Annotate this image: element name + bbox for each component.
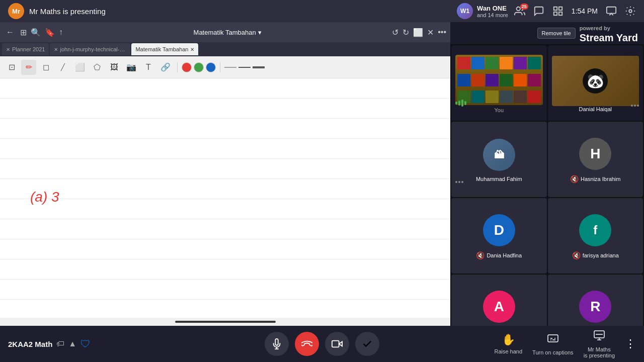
camera-tool-button[interactable]: 📷 <box>124 60 139 75</box>
hasniza-name: Hasniza Ibrahim <box>581 176 620 182</box>
afrina-avatar: A <box>483 291 515 323</box>
pencil-tool-button[interactable]: ╱ <box>55 60 70 75</box>
share-icon[interactable]: ↑ <box>59 28 63 37</box>
browser-window: ← ⊞ 🔍 🔖 ↑ Matematik Tambahan ▾ ↺ ↻ ⬜ <box>0 22 450 326</box>
video-button[interactable] <box>325 332 349 356</box>
browser-titlebar: ← ⊞ 🔍 🔖 ↑ Matematik Tambahan ▾ ↺ ↻ ⬜ <box>0 22 450 42</box>
whiteboard[interactable]: (a) 3 <box>0 78 450 318</box>
hangup-button[interactable] <box>295 332 319 356</box>
bookshelf-bg <box>455 55 543 105</box>
streamyard-header: Remove tile powered by Stream Yard <box>450 22 644 44</box>
call-controls <box>167 332 477 356</box>
top-bar: Mr Mr Maths is presenting W1 Wan ONE and… <box>0 0 644 22</box>
checkmark-button[interactable] <box>355 332 379 356</box>
time-display: 1:54 PM <box>572 7 598 15</box>
danial-bg: 🐼 <box>552 56 639 106</box>
you-label: You <box>494 107 504 113</box>
streamyard-logo: powered by Stream Yard <box>580 23 638 44</box>
presenting-button[interactable]: Mr Maths is presenting <box>584 329 615 358</box>
participant-tile-afrina: A 🔇 Afrina Syafiqah <box>451 275 547 326</box>
svg-marker-12 <box>339 341 342 346</box>
remove-tile-button[interactable]: Remove tile <box>537 28 576 39</box>
raise-hand-label: Raise hand <box>494 348 522 354</box>
right-panel: Remove tile powered by Stream Yard <box>450 22 644 326</box>
mic-button[interactable] <box>265 332 289 356</box>
lasso-tool-button[interactable]: ⬠ <box>90 60 105 75</box>
svg-rect-14 <box>548 335 558 342</box>
select-tool-button[interactable]: ⊡ <box>4 60 19 75</box>
screen-share-icon[interactable] <box>606 6 617 17</box>
search-browser-icon[interactable]: 🔍 <box>31 28 41 37</box>
hasniza-avatar: H <box>579 138 611 170</box>
scroll-indicator <box>175 321 276 323</box>
dania-mute-icon: 🔇 <box>476 251 485 259</box>
settings-icon[interactable] <box>625 6 636 17</box>
more-options-button[interactable]: ⋮ <box>625 337 636 350</box>
farisya-avatar: f <box>579 214 611 246</box>
hasniza-mute-icon: 🔇 <box>570 175 579 183</box>
image-tool-button[interactable]: 🖼 <box>107 60 122 75</box>
tab-murphy[interactable]: ✕ john-j-murphy-technical-analysis... <box>50 43 130 55</box>
shape-select-button[interactable]: ⬜ <box>72 60 88 75</box>
color-blue-button[interactable] <box>206 62 216 72</box>
farisya-name-bar: 🔇 farisya adriana <box>572 251 619 259</box>
svg-rect-13 <box>332 341 339 347</box>
farisya-name: farisya adriana <box>583 252 619 258</box>
url-bar-container: Matematik Tambahan ▾ <box>67 29 388 36</box>
text-tool-button[interactable]: T <box>141 60 156 75</box>
wan-avatar: W1 <box>457 3 473 19</box>
svg-rect-4 <box>559 12 562 15</box>
meeting-name: 2KAA2 Math <box>8 340 52 348</box>
nav-back-button[interactable]: ← <box>4 27 16 38</box>
layout-icon[interactable] <box>552 6 564 17</box>
fahim-avatar: 🏔 <box>483 139 515 171</box>
line-medium-button[interactable] <box>238 65 251 69</box>
participants-icon[interactable]: 25 <box>514 6 525 17</box>
export-icon[interactable]: ⬜ <box>413 28 423 37</box>
top-bar-right: W1 Wan ONE and 14 more 25 1:54 PM <box>457 3 636 19</box>
tab-close-murphy[interactable]: ✕ <box>54 47 58 52</box>
participant-tile-raziatul: R 🔇 Raziatul Irdayanie <box>548 275 643 326</box>
toolbar-separator-2 <box>220 62 220 72</box>
tab-matematik[interactable]: Matematik Tambahan ✕ <box>131 43 198 55</box>
participants-grid: You 🐼 Danial Haiqal <box>450 44 644 326</box>
color-green-button[interactable] <box>194 62 204 72</box>
tab-close-planner[interactable]: ✕ <box>6 47 10 52</box>
svg-rect-5 <box>607 7 616 14</box>
line-thin-button[interactable] <box>224 65 236 69</box>
svg-point-6 <box>629 10 632 13</box>
whiteboard-lines <box>0 78 450 318</box>
pen-tool-button[interactable]: ✏ <box>21 60 36 75</box>
eraser-tool-button[interactable]: ◻ <box>38 60 53 75</box>
raise-hand-icon: ✋ <box>502 333 515 346</box>
line-thick-button[interactable] <box>253 65 265 69</box>
meeting-info: 2KAA2 Math 🏷 ▲ 🛡 <box>8 338 163 350</box>
captions-button[interactable]: Turn on captions <box>532 332 574 355</box>
participant-tile-danial: 🐼 Danial Haiqal <box>548 45 643 121</box>
grid-icon[interactable]: ⊞ <box>20 28 27 37</box>
bookmark-icon[interactable]: 🔖 <box>45 28 55 37</box>
captions-label: Turn on captions <box>532 349 574 355</box>
close-doc-icon[interactable]: ✕ <box>427 28 434 37</box>
wan-info: W1 Wan ONE and 14 more <box>457 3 508 19</box>
tab-planner[interactable]: ✕ Planner 2021 <box>2 43 49 55</box>
more-browser-icon[interactable]: ••• <box>438 28 446 37</box>
raziatul-avatar: R <box>579 291 611 323</box>
chevron-up-icon[interactable]: ▲ <box>68 339 76 348</box>
chat-icon[interactable] <box>533 6 544 17</box>
tag-icon: 🏷 <box>56 339 64 348</box>
link-tool-button[interactable]: 🔗 <box>158 60 173 75</box>
presenting-label: Mr Maths is presenting <box>584 346 615 358</box>
participant-tile-you: You <box>451 45 547 121</box>
math-content: (a) 3 <box>30 189 59 205</box>
color-red-button[interactable] <box>182 62 192 72</box>
presenter-name: Mr Maths is presenting <box>29 7 457 16</box>
undo-icon[interactable]: ↺ <box>392 28 398 37</box>
fahim-audio-dots <box>455 181 463 183</box>
tab-close-matematik[interactable]: ✕ <box>190 47 194 52</box>
svg-rect-1 <box>554 7 557 10</box>
raise-hand-button[interactable]: ✋ Raise hand <box>494 333 522 354</box>
bottom-bar: 2KAA2 Math 🏷 ▲ 🛡 ✋ Raise hand Turn on ca… <box>0 326 644 362</box>
fahim-name: Muhammad Fahim <box>476 176 522 182</box>
redo-icon[interactable]: ↻ <box>403 28 409 37</box>
